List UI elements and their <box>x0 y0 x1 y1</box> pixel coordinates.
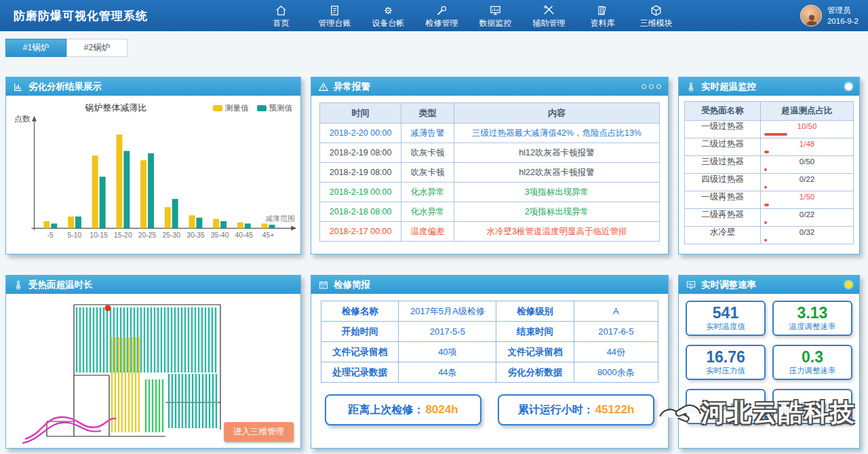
alarm-row: 2018-2-19 08:00吹灰卡顿hl22吹灰器卡顿报警 <box>320 163 660 183</box>
alarm-content: hl12吹灰器卡顿报警 <box>454 143 659 163</box>
alarm-type: 温度偏差 <box>401 222 454 242</box>
panel-duration-header: 受热面超温时长 <box>6 276 300 294</box>
alarm-row: 2018-2-19 00:00化水异常3项指标出现异常 <box>320 183 660 202</box>
stat-box: 0.3压力调整速率 <box>772 345 852 380</box>
maintenance-row: 检修名称2017年5月A级检修检修级别A <box>321 301 658 322</box>
overtemp-value-cell: 0/50 <box>761 156 854 174</box>
stat-label: 负荷调整速率 <box>789 402 836 412</box>
alarm-row: 2018-2-19 08:00吹灰卡顿hl12吹灰器卡顿报警 <box>320 143 660 163</box>
alarm-content: hl22吹灰器卡顿报警 <box>454 163 659 183</box>
user-role: 管理员 <box>827 5 859 16</box>
more-options-icon[interactable] <box>642 84 661 89</box>
alarm-row: 2018-2-20 00:00减薄告警三级过热器最大减薄值42%，危险点占比13… <box>320 124 660 143</box>
top-nav: 首页管理台账设备台帐检修管理数据监控辅助管理资料库三维模块 <box>254 3 683 29</box>
avatar <box>800 5 822 26</box>
stat-value: 541 <box>713 305 738 321</box>
stat-label: 温度调整速率 <box>789 322 836 332</box>
alarm-column-header: 时间 <box>320 103 401 124</box>
user-date: 2016-9-2 <box>827 16 859 26</box>
alarm-type: 化水异常 <box>401 183 454 202</box>
alarm-type: 化水异常 <box>401 202 454 222</box>
x-tick-label: 30-35 <box>186 231 205 239</box>
calendar-icon <box>318 280 329 290</box>
maintenance-label: 检修级别 <box>496 301 574 322</box>
top-header: 防磨防爆可视化管理系统 首页管理台账设备台帐检修管理数据监控辅助管理资料库三维模… <box>0 0 868 31</box>
alarm-row: 2018-2-17 00:00温度偏差水冷壁3根管道温度明显高于临近管排 <box>320 222 660 242</box>
total-run-hours-button[interactable]: 累计运行小时：45122h <box>498 394 654 425</box>
button-label: 累计运行小时： <box>518 403 594 417</box>
maintenance-row: 文件记录留档40项文件记录留档44份 <box>321 342 658 362</box>
since-last-repair-button[interactable]: 距离上次检修：8024h <box>325 394 481 425</box>
bar-measured <box>43 221 50 228</box>
nav-item-ledger[interactable]: 管理台账 <box>308 3 361 29</box>
panel-rate-header: 实时调整速率 <box>679 276 859 294</box>
overtemp-row: 三级过热器0/50 <box>685 156 854 174</box>
maintenance-table: 检修名称2017年5月A级检修检修级别A开始时间2017-5-5结束时间2017… <box>321 301 658 383</box>
maintenance-label: 开始时间 <box>321 322 399 342</box>
nav-item-label: 数据监控 <box>479 18 512 29</box>
panel-overtemp-duration: 受热面超温时长 进入三维管理 <box>5 275 301 449</box>
nav-item-repair[interactable]: 检修管理 <box>415 3 469 29</box>
boiler-3d-area: 进入三维管理 <box>6 294 300 448</box>
stat-value: 0.3 <box>802 349 823 365</box>
overtemp-value-cell: 0/22 <box>761 209 854 227</box>
stat-box: 3.13温度调整速率 <box>772 301 852 336</box>
tab-boiler-1[interactable]: #1锅炉 <box>5 39 66 57</box>
thermometer-icon <box>686 81 696 92</box>
panel-overtemp: 实时超温监控 受热面名称超温测点占比一级过热器10/50二级过热器1/48三级过… <box>678 77 860 254</box>
x-tick-label: 25-30 <box>162 231 180 239</box>
boiler-tabs: #1锅炉#2锅炉 <box>5 39 868 57</box>
dashboard-grid: 劣化分析结果展示 点数 锅炉整体减薄比 测量值预测值 减薄范围 -55-1010… <box>0 57 868 449</box>
panel-maintenance-header: 检修简报 <box>311 276 668 294</box>
bar-predicted <box>245 223 251 228</box>
nav-item-label: 辅助管理 <box>533 18 566 29</box>
stat-box: 负荷调整速率 <box>772 389 852 424</box>
bar-measured <box>189 215 195 228</box>
overtemp-column-header: 受热面名称 <box>685 102 761 121</box>
overtemp-bar <box>764 168 767 171</box>
overtemp-table: 受热面名称超温测点占比一级过热器10/50二级过热器1/48三级过热器0/50四… <box>684 101 854 244</box>
status-light-icon <box>845 83 852 90</box>
stat-box: 541实时温度值 <box>686 301 766 336</box>
nav-item-home[interactable]: 首页 <box>254 3 308 29</box>
bar-chart-icon <box>13 81 24 92</box>
nav-item-label: 首页 <box>273 18 290 29</box>
overtemp-value-cell: 0/22 <box>761 174 854 191</box>
alarm-time: 2018-2-20 00:00 <box>320 124 401 143</box>
maintenance-value: 8000余条 <box>574 362 658 383</box>
surface-name: 四级过热器 <box>685 174 761 191</box>
overtemp-bar <box>764 186 767 189</box>
maintenance-value: 2017-6-5 <box>574 322 658 342</box>
bar-predicted <box>220 221 226 228</box>
nav-item-module3d[interactable]: 三维模块 <box>629 3 683 29</box>
overtemp-bar <box>764 239 767 242</box>
overtemp-bar <box>764 204 769 206</box>
stat-label: 实时温度值 <box>706 322 745 332</box>
nav-item-assist[interactable]: 辅助管理 <box>522 3 576 29</box>
nav-item-equipment[interactable]: 设备台帐 <box>361 3 415 29</box>
overtemp-row: 一级过热器10/50 <box>685 121 854 138</box>
panel-overtemp-header: 实时超温监控 <box>679 77 859 96</box>
x-tick-label: -5 <box>47 231 54 239</box>
alarm-type: 吹灰卡顿 <box>401 163 454 183</box>
panel-alarm: 异常报警 时间类型内容2018-2-20 00:00减薄告警三级过热器最大减薄值… <box>311 77 669 254</box>
maintenance-label: 结束时间 <box>496 322 574 342</box>
alarm-content: 三级过热器最大减薄值42%，危险点占比13% <box>454 124 659 143</box>
overtemp-row: 二级过热器1/48 <box>685 138 854 156</box>
stat-label: 实时负荷值 <box>706 402 745 412</box>
surface-name: 二级再热器 <box>685 209 761 227</box>
panel-title: 实时超温监控 <box>701 81 756 93</box>
tab-boiler-2[interactable]: #2锅炉 <box>66 39 127 57</box>
nav-item-library[interactable]: 资料库 <box>576 3 629 29</box>
nav-item-data-monitor[interactable]: 数据监控 <box>469 3 522 29</box>
books-icon <box>596 4 609 17</box>
panel-title: 异常报警 <box>334 81 370 93</box>
user-info[interactable]: 管理员 2016-9-2 <box>800 5 868 26</box>
panel-title: 劣化分析结果展示 <box>28 81 102 93</box>
alarm-table: 时间类型内容2018-2-20 00:00减薄告警三级过热器最大减薄值42%，危… <box>319 102 660 242</box>
overtemp-row: 四级过热器0/22 <box>685 174 854 191</box>
alarm-content: 水冷壁3根管道温度明显高于临近管排 <box>454 222 659 242</box>
enter-3d-button[interactable]: 进入三维管理 <box>224 422 294 442</box>
overtemp-ratio: 0/22 <box>761 209 853 219</box>
panel-alarm-header: 异常报警 <box>311 77 668 96</box>
